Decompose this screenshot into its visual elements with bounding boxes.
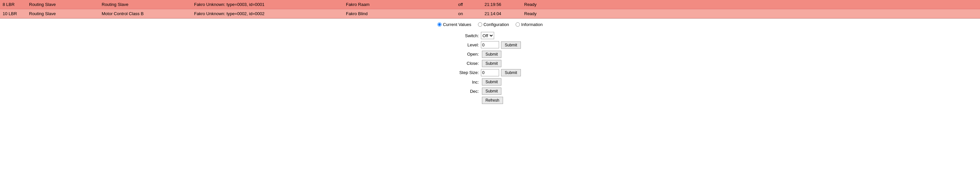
device-id: 8 LBR (3, 2, 29, 7)
inc-control[interactable]: Submit (481, 77, 521, 87)
device-type1: Routing Slave (29, 2, 102, 7)
device-fakro-name: Fakro Blind (346, 11, 458, 16)
switch-label: Switch: (459, 31, 480, 40)
device-fakro-unknown: Fakro Unknown: type=0002, id=0002 (194, 11, 346, 16)
device-type2: Motor Control Class B (102, 11, 194, 16)
dec-control[interactable]: Submit (481, 87, 521, 96)
close-row: Close: Submit (459, 59, 520, 68)
level-row: Level: Submit (459, 40, 520, 50)
radio-information-label: Information (521, 22, 542, 27)
close-control[interactable]: Submit (481, 59, 521, 68)
open-control[interactable]: Submit (481, 50, 521, 59)
refresh-button[interactable]: Refresh (482, 97, 503, 104)
device-id: 10 LBR (3, 11, 29, 16)
device-form: Switch: Off On Level: Submit Open: Submi… (459, 31, 520, 105)
step-size-submit-button[interactable]: Submit (501, 69, 520, 76)
dec-row: Dec: Submit (459, 87, 520, 96)
dec-submit-button[interactable]: Submit (482, 88, 501, 95)
inc-row: Inc: Submit (459, 77, 520, 87)
inc-label: Inc: (459, 77, 480, 87)
radio-current-values-label: Current Values (443, 22, 471, 27)
radio-current-values[interactable]: Current Values (438, 22, 471, 27)
radio-configuration[interactable]: Configuration (478, 22, 509, 27)
radio-configuration-label: Configuration (484, 22, 509, 27)
table-row: 8 LBR Routing Slave Routing Slave Fakro … (0, 0, 980, 9)
switch-select[interactable]: Off On (481, 32, 494, 39)
close-submit-button[interactable]: Submit (482, 60, 501, 67)
dec-label: Dec: (459, 87, 480, 96)
radio-information[interactable]: Information (515, 22, 542, 27)
device-status: on (458, 11, 485, 16)
switch-row: Switch: Off On (459, 31, 520, 40)
device-fakro-unknown: Fakro Unknown: type=0003, id=0001 (194, 2, 346, 7)
device-type2: Routing Slave (102, 2, 194, 7)
radio-information-input[interactable] (515, 22, 520, 27)
open-row: Open: Submit (459, 50, 520, 59)
device-ready: Ready (524, 11, 557, 16)
radio-configuration-input[interactable] (478, 22, 482, 27)
refresh-label-spacer (459, 96, 480, 105)
device-table: 8 LBR Routing Slave Routing Slave Fakro … (0, 0, 980, 19)
radio-current-values-input[interactable] (438, 22, 442, 27)
level-label: Level: (459, 40, 480, 50)
refresh-row: Refresh (459, 96, 520, 105)
device-ready: Ready (524, 2, 557, 7)
close-label: Close: (459, 59, 480, 68)
step-size-control[interactable]: Submit (481, 68, 521, 78)
open-submit-button[interactable]: Submit (482, 51, 501, 58)
step-size-row: Step Size: Submit (459, 68, 520, 78)
device-time: 21:14:04 (485, 11, 524, 16)
switch-control[interactable]: Off On (481, 31, 521, 40)
level-submit-button[interactable]: Submit (501, 41, 520, 49)
device-fakro-name: Fakro Raam (346, 2, 458, 7)
inc-submit-button[interactable]: Submit (482, 78, 501, 85)
device-time: 21:19:56 (485, 2, 524, 7)
step-size-input[interactable] (481, 69, 499, 76)
open-label: Open: (459, 50, 480, 59)
table-row: 10 LBR Routing Slave Motor Control Class… (0, 9, 980, 19)
level-input[interactable] (481, 41, 499, 48)
refresh-control[interactable]: Refresh (481, 96, 521, 105)
controls-panel: Current Values Configuration Information… (0, 19, 980, 108)
view-mode-radio-group: Current Values Configuration Information (438, 22, 542, 27)
device-status: off (458, 2, 485, 7)
device-type1: Routing Slave (29, 11, 102, 16)
level-control[interactable]: Submit (481, 40, 521, 50)
step-size-label: Step Size: (459, 68, 480, 78)
